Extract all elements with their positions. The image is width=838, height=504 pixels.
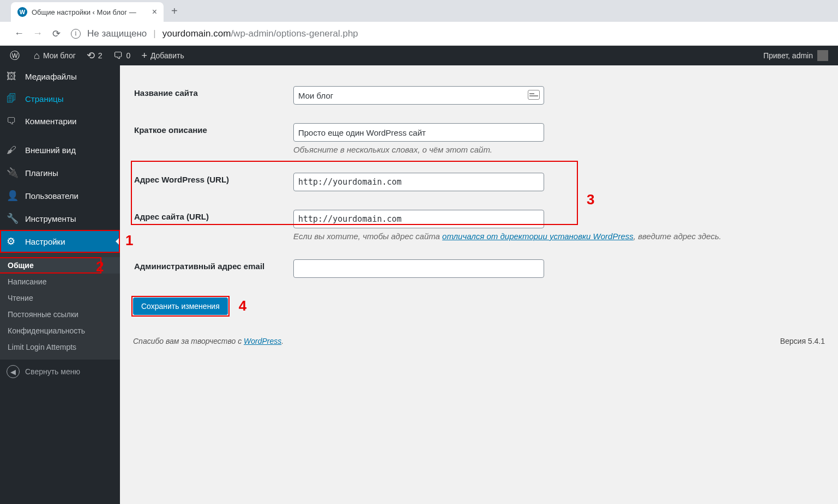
admin-sidebar: 🖾Медиафайлы 🗐Страницы 🗨Комментарии 🖌Внеш… xyxy=(0,65,120,504)
brush-icon: 🖌 xyxy=(7,144,20,156)
tab-bar: W Общие настройки ‹ Мои блог — × + xyxy=(0,0,838,22)
footer: Спасибо вам за творчество с WordPress. В… xyxy=(133,337,825,345)
url-path: /wp-admin/options-general.php xyxy=(231,28,358,39)
input-admin-email[interactable] xyxy=(293,259,544,278)
user-icon: 👤 xyxy=(7,190,20,202)
url-bar[interactable]: i Не защищено | yourdomain.com/wp-admin/… xyxy=(71,28,358,39)
plus-icon: + xyxy=(141,50,147,62)
tab-title: Общие настройки ‹ Мои блог — xyxy=(32,8,148,16)
autofill-icon[interactable] xyxy=(528,90,540,100)
label-site-url: Адрес сайта (URL) xyxy=(134,201,287,250)
input-wp-url[interactable] xyxy=(293,173,544,191)
submenu-item-writing[interactable]: Написание xyxy=(0,274,120,290)
greeting-item[interactable]: Привет, admin xyxy=(758,46,834,65)
submenu-item-permalinks[interactable]: Постоянные ссылки xyxy=(0,306,120,323)
updates-item[interactable]: ⟲2 xyxy=(81,46,108,65)
forward-button[interactable]: → xyxy=(28,28,47,39)
reload-button[interactable]: ⟳ xyxy=(47,28,65,40)
annotation-label-4: 4 xyxy=(239,297,246,314)
new-tab-button[interactable]: + xyxy=(171,5,178,17)
tagline-description: Объясните в нескольких словах, о чём это… xyxy=(293,145,818,154)
plug-icon: 🔌 xyxy=(7,167,20,179)
annotation-label-1: 1 xyxy=(125,232,133,249)
wordpress-icon: ⓦ xyxy=(10,49,20,62)
wp-admin-bar: ⓦ ⌂Мои блог ⟲2 🗨0 +Добавить Привет, admi… xyxy=(0,46,838,65)
content-area: Название сайта Краткое описание Объяснит… xyxy=(120,65,838,504)
comment-icon: 🗨 xyxy=(113,50,123,62)
input-site-url[interactable] xyxy=(293,210,544,228)
wordpress-favicon: W xyxy=(17,7,27,17)
pages-icon: 🗐 xyxy=(7,93,20,105)
sliders-icon: ⚙ xyxy=(7,235,20,247)
wrench-icon: 🔧 xyxy=(7,212,20,224)
label-site-name: Название сайта xyxy=(134,77,287,113)
site-url-description: Если вы хотите, чтобы адрес сайта отлича… xyxy=(293,232,818,241)
wordpress-link[interactable]: WordPress xyxy=(244,337,281,345)
info-icon: i xyxy=(71,29,81,39)
submenu-item-privacy[interactable]: Конфиденциальность xyxy=(0,323,120,339)
back-button[interactable]: ← xyxy=(10,28,28,39)
comments-item[interactable]: 🗨0 xyxy=(108,46,136,65)
update-icon: ⟲ xyxy=(87,50,95,62)
collapse-menu[interactable]: ◀Свернуть меню xyxy=(0,360,120,384)
sidebar-item-pages[interactable]: 🗐Страницы xyxy=(0,88,120,110)
submenu-item-limit-login[interactable]: Limit Login Attempts xyxy=(0,339,120,355)
wp-logo-item[interactable]: ⓦ xyxy=(4,46,28,65)
sidebar-item-appearance[interactable]: 🖌Внешний вид xyxy=(0,139,120,161)
sidebar-item-settings[interactable]: ⚙Настройки xyxy=(0,230,120,253)
browser-tab[interactable]: W Общие настройки ‹ Мои блог — × xyxy=(11,2,164,22)
comment-icon: 🗨 xyxy=(7,116,20,127)
version-label: Версия 5.4.1 xyxy=(780,337,825,345)
annotation-label-3: 3 xyxy=(587,191,594,208)
sidebar-item-plugins[interactable]: 🔌Плагины xyxy=(0,161,120,184)
new-content-item[interactable]: +Добавить xyxy=(136,46,189,65)
site-url-help-link[interactable]: отличался от директории установки WordPr… xyxy=(442,232,634,241)
media-icon: 🖾 xyxy=(7,71,20,82)
sidebar-item-users[interactable]: 👤Пользователи xyxy=(0,184,120,207)
label-admin-email: Административный адрес email xyxy=(134,251,287,287)
sidebar-item-media[interactable]: 🖾Медиафайлы xyxy=(0,65,120,88)
label-wp-url: Адрес WordPress (URL) xyxy=(134,164,287,200)
input-site-name[interactable] xyxy=(293,86,544,105)
input-tagline[interactable] xyxy=(293,123,544,142)
annotation-label-2: 2 xyxy=(96,258,104,275)
address-bar: ← → ⟳ i Не защищено | yourdomain.com/wp-… xyxy=(0,22,838,46)
submenu-item-reading[interactable]: Чтение xyxy=(0,290,120,306)
avatar xyxy=(817,50,828,61)
sidebar-item-comments[interactable]: 🗨Комментарии xyxy=(0,110,120,132)
sidebar-item-tools[interactable]: 🔧Инструменты xyxy=(0,207,120,230)
save-button[interactable]: Сохранить изменения xyxy=(133,297,228,315)
home-icon: ⌂ xyxy=(34,50,40,62)
browser-chrome: W Общие настройки ‹ Мои блог — × + ← → ⟳… xyxy=(0,0,838,46)
label-tagline: Краткое описание xyxy=(134,114,287,163)
chevron-left-icon: ◀ xyxy=(7,365,20,378)
close-icon[interactable]: × xyxy=(152,7,157,17)
site-name-item[interactable]: ⌂Мои блог xyxy=(28,46,81,65)
security-label: Не защищено xyxy=(87,28,147,39)
url-domain: yourdomain.com xyxy=(162,28,231,39)
